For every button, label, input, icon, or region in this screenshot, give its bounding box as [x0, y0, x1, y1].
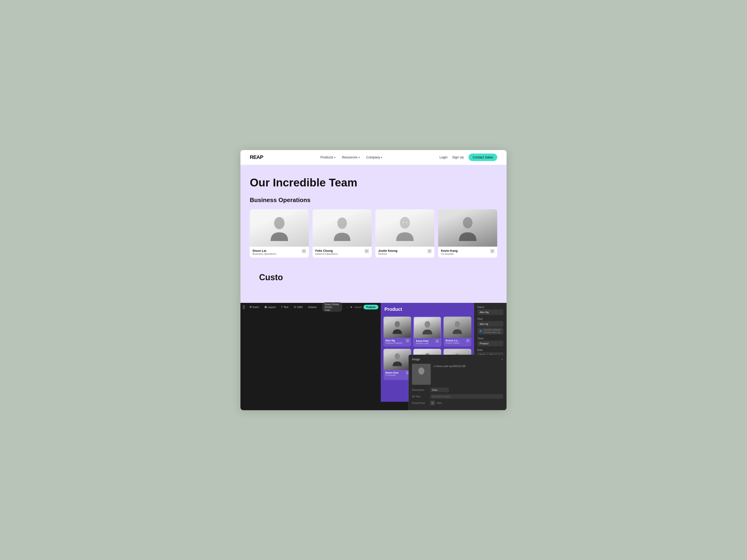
team-card-photo [250, 209, 309, 247]
grid-icon: ⊞ [250, 305, 252, 309]
signup-link[interactable]: Sign Up [452, 155, 464, 159]
svg-point-7 [424, 321, 430, 328]
close-image-panel-button[interactable]: × [501, 358, 503, 361]
text-button[interactable]: T Text [279, 305, 290, 309]
svg-point-1 [337, 217, 347, 229]
nav-products[interactable]: Products ▾ [320, 155, 335, 159]
name-field-group: Name Alex Ng [478, 306, 503, 315]
linkedin-icon[interactable]: in [302, 249, 306, 253]
page-title: Our Incredible Team [250, 176, 497, 189]
layout-button[interactable]: ▦ Layout [263, 305, 277, 309]
play-icon: ▶ [351, 305, 353, 308]
team-card-photo [438, 209, 497, 247]
edit-icon[interactable]: □ [436, 340, 439, 343]
cms-card-name: Anna Chiu [416, 340, 429, 342]
svg-point-8 [455, 321, 460, 327]
contact-sales-button[interactable]: Contact Sales [468, 154, 497, 161]
image-filename: x-choon-yeik-ng-836331198 [474, 364, 503, 368]
cms-overlay: ⊞ Insert ▦ Layout T Text ⊡ CMS Actions R… [240, 303, 507, 410]
login-link[interactable]: Login [440, 155, 447, 159]
svg-point-9 [395, 353, 400, 359]
more-options-button[interactable]: ··· [346, 305, 349, 309]
person-silhouette-icon [384, 215, 426, 241]
toolbar-tab[interactable]: Reap Global (Final) · reap... [323, 302, 342, 312]
cms-toolbar: ⊞ Insert ▦ Layout T Text ⊡ CMS Actions R… [240, 303, 381, 311]
svg-point-5 [463, 217, 472, 229]
team-card-dixon: Dixon Lai Business Operations in [250, 209, 309, 258]
globe-icon: 🌐 [479, 330, 482, 332]
resolution-row: Resolution Auto [474, 388, 503, 392]
cms-card-photo [414, 317, 441, 338]
team-card-info: Kevin Kang Co-founder in [438, 247, 497, 258]
team-field-group: Team Product [478, 337, 503, 346]
person-silhouette-icon [391, 352, 403, 367]
customer-title: Custo [259, 265, 488, 282]
slug-url-display: 🌐 yoursite.url/team-member/alex-ng [478, 328, 503, 335]
team-card-photo [313, 209, 371, 247]
cms-card-role: Software Engineer [385, 342, 403, 344]
logo: REAP [250, 154, 263, 160]
cms-product-header: Product [381, 303, 474, 317]
cms-card-info: Alex Ng Software Engineer □ [384, 338, 411, 346]
slug-field-group: Slug alex-ng 🌐 yoursite.url/team-member/… [478, 317, 503, 335]
team-card-felix: Felix Chung Head of Operations in [313, 209, 371, 258]
slug-input[interactable]: alex-ng [478, 321, 503, 327]
edit-icon[interactable]: □ [466, 339, 469, 342]
slug-label: Slug [478, 317, 503, 320]
cms-card-info: Daren Guo Co-founder □ [384, 370, 411, 378]
chevron-down-icon: ▾ [359, 156, 360, 159]
person-silhouette-icon [259, 215, 300, 241]
team-card-info: Felix Chung Head of Operations in [313, 247, 371, 258]
cms-card-role: Product Marke... [445, 342, 461, 344]
person-photo [313, 209, 371, 247]
svg-point-4 [406, 221, 407, 223]
cms-card-photo [384, 317, 411, 338]
cms-card-role: Co-founder [385, 374, 398, 376]
website-container: REAP Products ▾ Resources ▾ Company ▾ Lo… [240, 150, 507, 410]
team-card-justin: Justin Keung Director in [376, 209, 434, 258]
cms-card-anna[interactable]: Anna Chiu Product Lead □ [413, 317, 441, 347]
team-card-info: Justin Keung Director in [376, 247, 434, 258]
team-card-kevin: Kevin Kang Co-founder in [438, 209, 497, 258]
preview-button[interactable]: ▶ [351, 305, 353, 309]
person-silhouette-icon [321, 215, 363, 241]
navbar: REAP Products ▾ Resources ▾ Company ▾ Lo… [240, 150, 507, 165]
publish-button[interactable]: Publish [363, 305, 379, 310]
slug-url-text: yoursite.url/team-member/alex-ng [484, 328, 501, 334]
svg-point-2 [400, 217, 410, 229]
actions-button[interactable]: Actions [307, 305, 319, 309]
team-member-role: Director [378, 252, 397, 255]
cms-card-alex[interactable]: Alex Ng Software Engineer □ [384, 317, 411, 347]
team-member-role: Co-founder [441, 252, 458, 255]
linkedin-icon[interactable]: in [365, 249, 369, 253]
linkedin-icon[interactable]: in [490, 249, 494, 253]
edit-icon[interactable]: □ [406, 339, 409, 342]
insert-button[interactable]: ⊞ Insert [248, 305, 261, 309]
person-photo [250, 209, 309, 247]
svg-point-6 [395, 321, 400, 327]
linkedin-icon[interactable]: in [428, 249, 432, 253]
name-input[interactable]: Alex Ng [478, 310, 503, 315]
cms-button[interactable]: ⊡ CMS [292, 305, 304, 309]
cms-panels: Product [381, 303, 507, 402]
section-title: Business Operations [250, 196, 497, 204]
team-select[interactable]: Product [478, 341, 503, 346]
image-sub-content: x-choon-yeik-ng-836331198 [474, 364, 503, 385]
role-label: Role [478, 349, 503, 351]
person-silhouette-icon [452, 319, 463, 335]
cms-card-name: Daren Guo [385, 371, 398, 374]
focal-point-row: Focal Point ⊕ Add... [474, 401, 503, 402]
image-sub-header: Image × [474, 358, 503, 361]
chevron-down-icon: ▾ [334, 156, 335, 159]
cms-card-photo [384, 349, 411, 370]
person-silhouette-icon [421, 320, 433, 335]
nav-resources[interactable]: Resources ▾ [342, 155, 360, 159]
cms-card-anson[interactable]: Anson Le... Product Marke... □ [443, 317, 471, 347]
saved-label: Saved [354, 306, 362, 309]
hero-area: Our Incredible Team Business Operations … [240, 165, 507, 303]
cms-card-daren[interactable]: Daren Guo Co-founder □ [384, 349, 411, 380]
cms-card-info: Anna Chiu Product Lead □ [414, 338, 441, 346]
alt-text-input[interactable]: Describe Image... [474, 394, 503, 399]
person-photo [376, 209, 434, 247]
nav-company[interactable]: Company ▾ [366, 155, 382, 159]
